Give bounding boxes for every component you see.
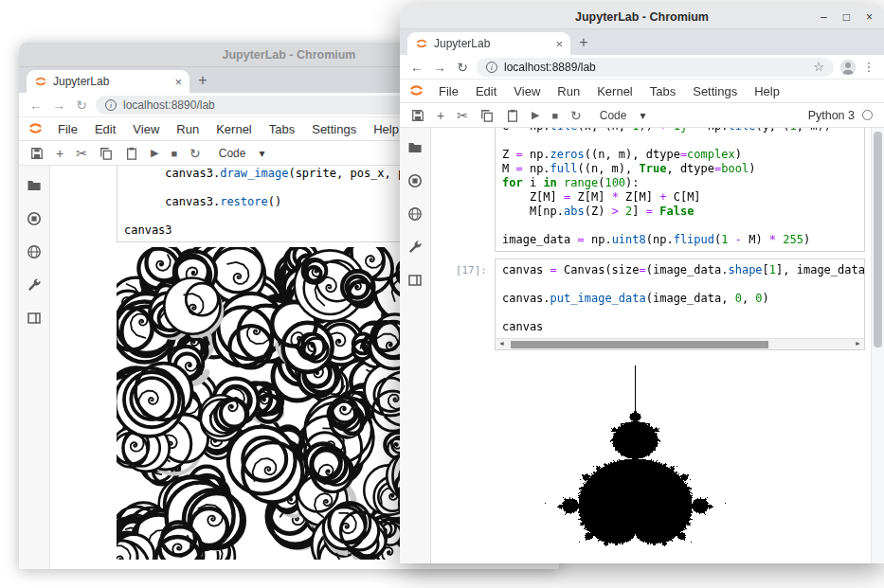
cell-type-select[interactable]: Code ▾ bbox=[600, 109, 646, 122]
menu-file[interactable]: File bbox=[49, 122, 86, 136]
cell-editor[interactable]: canvas = Canvas(size=(image_data.shape[1… bbox=[495, 258, 865, 350]
address-bar[interactable]: i localhost:8889/lab ☆ bbox=[477, 58, 834, 77]
kernel-indicator[interactable]: Python 3 bbox=[808, 109, 873, 122]
cut-cells-icon[interactable]: ✂ bbox=[76, 146, 87, 161]
menu-file[interactable]: File bbox=[430, 84, 467, 98]
avatar[interactable] bbox=[839, 59, 857, 76]
forward-icon[interactable]: → bbox=[50, 98, 67, 113]
stop-kernel-icon[interactable]: ■ bbox=[171, 148, 177, 159]
copy-cells-icon[interactable] bbox=[99, 147, 113, 160]
tab-close-icon[interactable]: × bbox=[174, 75, 182, 89]
kernel-name: Python 3 bbox=[808, 109, 855, 122]
running-sessions-icon[interactable] bbox=[26, 210, 43, 227]
titlebar[interactable]: JupyterLab - Chromium – □ × bbox=[400, 5, 884, 29]
code-line: C = np.tile(x, (n, 1)) + 1j * np.tile(y,… bbox=[502, 128, 857, 134]
commands-globe-icon[interactable] bbox=[26, 243, 43, 260]
menu-kernel[interactable]: Kernel bbox=[207, 122, 261, 136]
stop-kernel-icon[interactable]: ■ bbox=[551, 110, 558, 121]
menu-help[interactable]: Help bbox=[746, 84, 788, 98]
site-info-icon[interactable]: i bbox=[486, 62, 497, 73]
paste-cells-icon[interactable] bbox=[125, 147, 138, 160]
scroll-right-icon[interactable]: ► bbox=[855, 340, 861, 347]
back-icon[interactable]: ← bbox=[27, 98, 45, 113]
menu-settings[interactable]: Settings bbox=[303, 122, 365, 136]
menu-kernel[interactable]: Kernel bbox=[588, 84, 641, 98]
horizontal-scrollbar[interactable]: ◄ ► bbox=[496, 338, 864, 349]
menu-view[interactable]: View bbox=[505, 84, 549, 98]
browser-tab-jupyterlab[interactable]: JupyterLab × bbox=[27, 70, 189, 93]
copy-cells-icon[interactable] bbox=[480, 109, 494, 122]
add-cell-icon[interactable]: + bbox=[56, 146, 63, 161]
run-cell-icon[interactable]: ▶ bbox=[151, 147, 158, 159]
commands-globe-icon[interactable] bbox=[406, 205, 424, 223]
paste-cells-icon[interactable] bbox=[506, 109, 519, 122]
menu-run[interactable]: Run bbox=[549, 84, 588, 98]
file-browser-icon[interactable] bbox=[26, 177, 43, 194]
cell-editor[interactable]: C = np.tile(x, (n, 1)) + 1j * np.tile(y,… bbox=[495, 128, 865, 252]
back-icon[interactable]: ← bbox=[408, 60, 425, 75]
jupyterlab-menubar: File Edit View Run Kernel Tabs Settings … bbox=[400, 80, 884, 103]
cut-cells-icon[interactable]: ✂ bbox=[457, 108, 468, 123]
code-line: M = np.full((n, m), True, dtype=bool) bbox=[502, 162, 857, 176]
jupyterlab-sidebar bbox=[19, 166, 50, 569]
code-line: image_data = np.uint8(np.flipud(1 - M) *… bbox=[502, 233, 857, 247]
open-tabs-icon[interactable] bbox=[406, 272, 424, 289]
menu-tabs[interactable]: Tabs bbox=[641, 84, 684, 98]
open-tabs-icon[interactable] bbox=[26, 310, 43, 327]
menu-run[interactable]: Run bbox=[168, 122, 207, 136]
url-text[interactable]: localhost:8890/lab bbox=[123, 98, 215, 112]
minimize-icon[interactable]: – bbox=[821, 10, 827, 24]
running-sessions-icon[interactable] bbox=[406, 172, 424, 189]
code-line: for i in range(100): bbox=[502, 176, 857, 190]
reload-icon[interactable]: ↻ bbox=[454, 60, 471, 75]
scrollbar-thumb[interactable] bbox=[874, 132, 882, 347]
code-cell[interactable]: C = np.tile(x, (n, 1)) + 1j * np.tile(y,… bbox=[431, 128, 865, 252]
save-icon[interactable] bbox=[30, 147, 44, 160]
save-icon[interactable] bbox=[411, 109, 424, 122]
notebook-toolbar: + ✂ ▶ ■ ↻ Code ▾ Python 3 bbox=[400, 103, 884, 128]
tab-close-icon[interactable]: × bbox=[555, 37, 563, 51]
code-cell[interactable]: [17]: canvas = Canvas(size=(image_data.s… bbox=[431, 258, 865, 350]
maximize-icon[interactable]: □ bbox=[843, 10, 850, 24]
scroll-left-icon[interactable]: ◄ bbox=[498, 340, 505, 347]
restart-kernel-icon[interactable]: ↻ bbox=[189, 146, 201, 161]
menu-view[interactable]: View bbox=[124, 122, 168, 136]
restart-kernel-icon[interactable]: ↻ bbox=[570, 108, 582, 123]
browser-tab-jupyterlab[interactable]: JupyterLab × bbox=[407, 32, 570, 55]
tools-wrench-icon[interactable] bbox=[406, 239, 424, 256]
menu-settings[interactable]: Settings bbox=[684, 84, 746, 98]
code-line: Z = np.zeros((n, m), dtype=complex) bbox=[502, 148, 857, 162]
reload-icon[interactable]: ↻ bbox=[73, 98, 90, 113]
close-icon[interactable]: × bbox=[866, 10, 873, 24]
menu-tabs[interactable]: Tabs bbox=[261, 122, 303, 136]
url-text[interactable]: localhost:8889/lab bbox=[504, 61, 596, 74]
new-tab-button[interactable]: + bbox=[189, 72, 216, 93]
window-title: JupyterLab - Chromium bbox=[223, 48, 356, 62]
tab-title: JupyterLab bbox=[434, 37, 550, 50]
menu-edit[interactable]: Edit bbox=[467, 84, 505, 98]
vertical-scrollbar[interactable] bbox=[871, 128, 884, 563]
menu-edit[interactable]: Edit bbox=[86, 122, 124, 136]
bookmark-star-icon[interactable]: ☆ bbox=[813, 60, 824, 74]
cell-type-select[interactable]: Code ▾ bbox=[219, 147, 265, 160]
cell-code[interactable]: C = np.tile(x, (n, 1)) + 1j * np.tile(y,… bbox=[502, 128, 857, 247]
browser-window-front: JupyterLab - Chromium – □ × JupyterLab ×… bbox=[400, 5, 884, 563]
tab-strip: JupyterLab × + bbox=[400, 29, 884, 55]
tools-wrench-icon[interactable] bbox=[26, 276, 43, 294]
scrollbar-thumb[interactable] bbox=[511, 341, 768, 348]
forward-icon[interactable]: → bbox=[431, 60, 448, 75]
notebook-panel: C = np.tile(x, (n, 1)) + 1j * np.tile(y,… bbox=[431, 128, 884, 563]
browser-menu-icon[interactable]: ⋮ bbox=[862, 60, 875, 74]
cell-code[interactable]: canvas = Canvas(size=(image_data.shape[1… bbox=[502, 263, 857, 334]
cell-type-value: Code bbox=[600, 109, 627, 122]
cell-type-value: Code bbox=[219, 147, 246, 160]
code-line: canvas.put_image_data(image_data, 0, 0) bbox=[502, 292, 857, 306]
file-browser-icon[interactable] bbox=[406, 139, 424, 156]
jupyter-logo-icon bbox=[27, 120, 44, 139]
site-info-icon[interactable]: i bbox=[105, 99, 117, 111]
add-cell-icon[interactable]: + bbox=[437, 108, 444, 123]
code-line bbox=[502, 219, 857, 233]
code-line: Z[M] = Z[M] * Z[M] + C[M] bbox=[502, 190, 857, 205]
new-tab-button[interactable]: + bbox=[570, 34, 597, 55]
run-cell-icon[interactable]: ▶ bbox=[532, 109, 539, 121]
